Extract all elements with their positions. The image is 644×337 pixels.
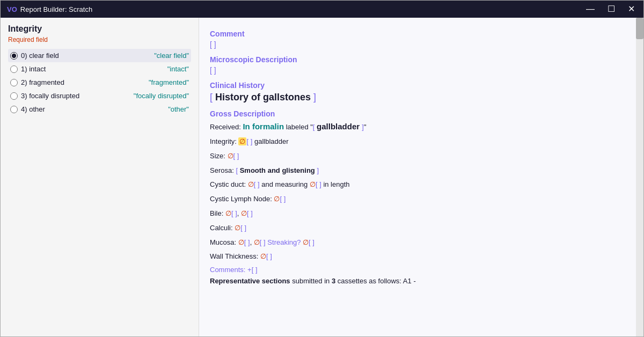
cystic-duct-line: Cystic duct: ∅[ ] and measuring ∅[ ] in … bbox=[210, 179, 633, 191]
comment-field[interactable]: [ ] bbox=[210, 40, 633, 49]
bile-bo1[interactable]: [ bbox=[231, 209, 233, 217]
title-bar: VO Report Builder: Scratch — ☐ ✕ bbox=[1, 1, 643, 18]
representative-text: Representative sections bbox=[210, 277, 290, 285]
integrity-suffix: gallbladder bbox=[252, 137, 288, 145]
right-panel: Comment [ ] Microscopic Description [ ] … bbox=[199, 18, 643, 336]
radio-item-1[interactable]: 1) intact "intact" bbox=[8, 62, 191, 76]
radio-value-0: "clear field" bbox=[154, 52, 189, 60]
bile-line: Bile: ∅[ ], ∅[ ] bbox=[210, 208, 633, 219]
wall-null: ∅ bbox=[260, 252, 266, 260]
window-title: Report Builder: Scratch bbox=[20, 5, 584, 13]
radio-left-1: 1) intact bbox=[10, 65, 46, 73]
integrity-null: ∅ bbox=[238, 137, 246, 145]
radio-item-3[interactable]: 3) focally disrupted "focally disrupted" bbox=[8, 89, 191, 102]
microscopic-field[interactable]: [ ] bbox=[210, 66, 633, 75]
serosa-bracket2[interactable]: ] bbox=[317, 166, 319, 174]
comments-plus[interactable]: +[ ] bbox=[247, 266, 257, 274]
radio-item-0[interactable]: 0) clear field "clear field" bbox=[8, 49, 191, 62]
bile-comma: , bbox=[237, 209, 241, 217]
radio-value-3: "focally disrupted" bbox=[134, 92, 189, 100]
mucosa-line: Mucosa: ∅[ ], ∅[ ] Streaking? ∅[ ] bbox=[210, 237, 633, 248]
app-logo: VO bbox=[7, 5, 17, 13]
window-controls: — ☐ ✕ bbox=[584, 5, 637, 13]
radio-value-1: "intact" bbox=[167, 65, 189, 73]
size-null: ∅ bbox=[228, 152, 233, 160]
radio-left-4: 4) other bbox=[10, 105, 45, 113]
radio-input-1[interactable] bbox=[10, 65, 18, 73]
bile-prefix: Bile: bbox=[210, 209, 225, 217]
radio-label-1: 1) intact bbox=[21, 65, 46, 73]
radio-input-0[interactable] bbox=[10, 52, 18, 60]
rep-suffix: cassettes as follows: A1 - bbox=[335, 277, 416, 285]
radio-label-3: 3) focally disrupted bbox=[21, 92, 79, 100]
calculi-null: ∅ bbox=[235, 224, 240, 232]
received-quote: " bbox=[364, 123, 367, 131]
left-panel: Integrity Required field 0) clear field … bbox=[1, 18, 199, 336]
clinical-bracket-close: ] bbox=[313, 92, 316, 102]
received-gallbladder[interactable]: gallbladder bbox=[317, 122, 362, 131]
cystic-mid: and measuring bbox=[260, 180, 310, 188]
wall-bc[interactable]: ] bbox=[270, 252, 272, 260]
received-formalin: In formalin bbox=[243, 122, 284, 131]
lymph-bc[interactable]: ] bbox=[284, 195, 286, 203]
radio-item-2[interactable]: 2) fragmented "fragmented" bbox=[8, 76, 191, 89]
received-line: Received: In formalin labeled "[ gallbla… bbox=[210, 120, 633, 133]
radio-left-3: 3) focally disrupted bbox=[10, 92, 79, 100]
cystic-null2: ∅ bbox=[310, 180, 316, 188]
comments-add-line[interactable]: Comments: +[ ] bbox=[210, 266, 633, 274]
clinical-text: History of gallstones bbox=[213, 92, 313, 102]
wall-bo[interactable]: [ bbox=[266, 252, 268, 260]
bile-null1: ∅ bbox=[225, 209, 231, 217]
microscopic-heading: Microscopic Description bbox=[210, 55, 633, 64]
maximize-button[interactable]: ☐ bbox=[605, 5, 617, 13]
gross-heading: Gross Description bbox=[210, 109, 633, 118]
mucosa-prefix: Mucosa: bbox=[210, 238, 238, 246]
mucosa-streaking: Streaking? bbox=[266, 238, 303, 246]
bile-bc2[interactable]: ] bbox=[251, 209, 253, 217]
radio-item-4[interactable]: 4) other "other" bbox=[8, 102, 191, 116]
radio-input-2[interactable] bbox=[10, 79, 18, 86]
main-window: VO Report Builder: Scratch — ☐ ✕ Integri… bbox=[0, 0, 644, 337]
integrity-prefix: Integrity: bbox=[210, 137, 238, 145]
clinical-value[interactable]: [ History of gallstones ] bbox=[210, 92, 633, 103]
calculi-bc[interactable]: ] bbox=[245, 224, 247, 232]
required-field-label: Required field bbox=[8, 36, 191, 43]
serosa-prefix: Serosa: bbox=[210, 166, 236, 174]
scrollbar-track[interactable] bbox=[636, 18, 643, 336]
cystic-lymph-line: Cystic Lymph Node: ∅[ ] bbox=[210, 194, 633, 205]
serosa-line: Serosa: [ Smooth and glistening ] bbox=[210, 165, 633, 177]
serosa-value: Smooth and glistening bbox=[238, 166, 317, 174]
wall-prefix: Wall Thickness: bbox=[210, 252, 260, 260]
panel-heading: Integrity bbox=[8, 24, 191, 34]
mucosa-null2: ∅ bbox=[254, 238, 260, 246]
size-line: Size: ∅[ ] bbox=[210, 151, 633, 162]
main-content: Integrity Required field 0) clear field … bbox=[1, 18, 643, 336]
radio-value-4: "other" bbox=[168, 105, 189, 113]
mucosa-bc3[interactable]: ] bbox=[312, 238, 314, 246]
radio-left-2: 2) fragmented bbox=[10, 78, 64, 86]
size-bracket-close[interactable]: ] bbox=[237, 152, 239, 160]
mucosa-null1: ∅ bbox=[238, 238, 244, 246]
bile-null2: ∅ bbox=[241, 209, 247, 217]
lymph-prefix: Cystic Lymph Node: bbox=[210, 195, 274, 203]
wall-thickness-line: Wall Thickness: ∅[ ] bbox=[210, 251, 633, 262]
mucosa-null3: ∅ bbox=[303, 238, 309, 246]
radio-label-0: 0) clear field bbox=[21, 52, 59, 60]
rep-mid: submitted in bbox=[290, 277, 332, 285]
received-prefix: Received: bbox=[210, 123, 243, 131]
integrity-line: Integrity: ∅[ ] gallbladder bbox=[210, 136, 633, 148]
cystic-bo2[interactable]: [ bbox=[316, 180, 318, 188]
radio-input-4[interactable] bbox=[10, 106, 18, 113]
radio-left-0: 0) clear field bbox=[10, 52, 59, 60]
calculi-prefix: Calculi: bbox=[210, 224, 235, 232]
radio-input-3[interactable] bbox=[10, 92, 18, 100]
received-mid: labeled " bbox=[284, 123, 313, 131]
scrollbar-thumb[interactable] bbox=[636, 18, 643, 39]
size-prefix: Size: bbox=[210, 152, 228, 160]
cystic-suffix: in length bbox=[321, 180, 350, 188]
mucosa-comma: , bbox=[250, 238, 254, 246]
close-button[interactable]: ✕ bbox=[626, 5, 637, 13]
cystic-duct-prefix: Cystic duct: bbox=[210, 180, 248, 188]
minimize-button[interactable]: — bbox=[584, 5, 597, 13]
lymph-null: ∅ bbox=[274, 195, 280, 203]
